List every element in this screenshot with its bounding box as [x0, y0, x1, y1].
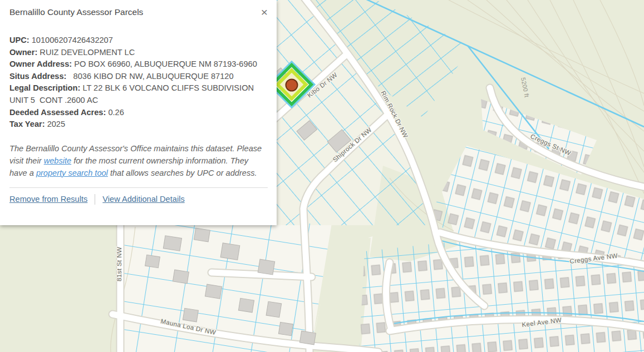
- field-label: UPC:: [9, 36, 30, 44]
- field-row-owner-address: Owner Address: PO BOX 66960, ALBUQUERQUE…: [9, 58, 267, 71]
- popup-title: Bernalillo County Assessor Parcels: [9, 7, 143, 17]
- field-row-owner: Owner: RUIZ DEVELOPMENT LC: [9, 47, 267, 59]
- actions-separator: [95, 194, 95, 205]
- field-label: Situs Address:: [9, 72, 66, 81]
- disclaimer-text: The Bernalillo County Assessor's Office …: [9, 142, 267, 179]
- field-value: 0.26: [108, 108, 124, 117]
- popup-header: Bernalillo County Assessor Parcels ×: [0, 0, 277, 17]
- field-label: Legal Description:: [9, 83, 80, 92]
- property-search-tool-link[interactable]: property search tool: [36, 168, 108, 177]
- field-value: 101006207426432207: [32, 36, 113, 44]
- field-label: Owner:: [9, 48, 37, 57]
- field-label: Owner Address:: [9, 60, 72, 68]
- close-icon[interactable]: ×: [260, 7, 269, 17]
- field-row-upc: UPC: 101006207426432207: [9, 34, 267, 47]
- parcel-fields: UPC: 101006207426432207 Owner: RUIZ DEVE…: [9, 34, 267, 131]
- field-value: 2025: [47, 120, 65, 128]
- assessor-popup-panel: Bernalillo County Assessor Parcels × UPC…: [0, 0, 277, 225]
- disclaimer-part3: that allows searches by UPC or address.: [108, 168, 257, 177]
- field-value: RUIZ DEVELOPMENT LC: [40, 48, 135, 57]
- street-label-81st: 81st St NW: [116, 247, 122, 281]
- remove-from-results-link[interactable]: Remove from Results: [9, 195, 87, 204]
- field-value: PO BOX 66960, ALBUQUERQUE NM 87193-6960: [74, 60, 257, 68]
- field-label: Deeded Assessed Acres:: [9, 108, 106, 117]
- field-label: Tax Year:: [9, 120, 45, 128]
- field-row-legal-description: Legal Description: LT 22 BLK 6 VOLCANO C…: [9, 82, 267, 106]
- field-row-tax-year: Tax Year: 2025: [9, 118, 267, 131]
- view-additional-details-link[interactable]: View Additional Details: [102, 195, 184, 204]
- panel-divider: [9, 187, 268, 188]
- field-value: 8036 KIBO DR NW, ALBUQUERQUE 87120: [69, 72, 234, 81]
- panel-actions: Remove from Results View Additional Deta…: [9, 194, 267, 205]
- website-link[interactable]: website: [44, 156, 71, 165]
- field-row-situs-address: Situs Address: 8036 KIBO DR NW, ALBUQUER…: [9, 71, 267, 83]
- parcel-point-icon: [286, 80, 298, 91]
- field-row-deeded-acres: Deeded Assessed Acres: 0.26: [9, 107, 267, 119]
